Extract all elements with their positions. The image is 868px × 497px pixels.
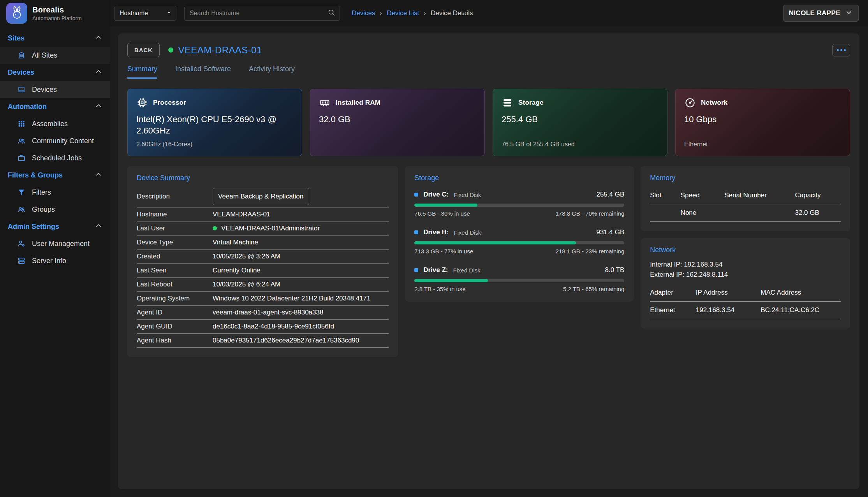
chevron-up-icon bbox=[95, 170, 102, 180]
drive-usage-bar bbox=[414, 204, 624, 207]
caret-down-icon bbox=[165, 9, 173, 18]
user-gear-icon bbox=[17, 239, 26, 248]
sidebar-section-sites[interactable]: Sites bbox=[0, 30, 110, 47]
user-menu-button[interactable]: NICOLE RAPPE bbox=[783, 5, 859, 22]
sidebar-item-groups[interactable]: Groups bbox=[0, 201, 110, 218]
storage-panel: Storage Drive C: Fixed Disk 255.4 GB bbox=[405, 166, 634, 302]
sidebar-section-automation[interactable]: Automation bbox=[0, 98, 110, 115]
people-icon bbox=[17, 205, 26, 214]
memory-col-slot: Slot bbox=[650, 187, 680, 204]
external-ip: External IP: 162.248.8.114 bbox=[650, 270, 841, 280]
network-col-ip: IP Address bbox=[696, 284, 761, 302]
drive-used-text: 713.3 GB - 77% in use bbox=[414, 248, 473, 255]
search-field-dropdown[interactable]: Hostname bbox=[114, 6, 176, 21]
drive-h: Drive H: Fixed Disk 931.4 GB 713.3 GB - … bbox=[414, 228, 624, 255]
storage-stack-icon bbox=[502, 97, 513, 109]
section-label-automation: Automation bbox=[8, 103, 47, 111]
network-panel: Network Internal IP: 192.168.3.54 Extern… bbox=[641, 238, 850, 328]
stat-card-installed-ram: Installed RAM 32.0 GB bbox=[310, 89, 485, 156]
nav-item-label: Assemblies bbox=[32, 120, 68, 128]
network-col-mac: MAC Address bbox=[761, 284, 841, 302]
memory-row: None 32.0 GB bbox=[650, 204, 841, 222]
sidebar-item-community-content[interactable]: Community Content bbox=[0, 132, 110, 149]
description-input[interactable] bbox=[213, 188, 309, 205]
drive-used-text: 76.5 GB - 30% in use bbox=[414, 210, 470, 217]
search-icon[interactable] bbox=[327, 8, 336, 18]
drive-remaining-text: 178.8 GB - 70% remaining bbox=[555, 210, 624, 217]
stat-card-title: Processor bbox=[153, 99, 186, 107]
network-panel-title: Network bbox=[650, 246, 841, 254]
stat-card-value: 10 Gbps bbox=[684, 114, 841, 125]
brand-text: Borealis Automation Platform bbox=[32, 5, 82, 21]
memory-panel-title: Memory bbox=[650, 174, 841, 182]
stat-card-footer: Ethernet bbox=[684, 141, 841, 148]
detail-columns: Device Summary Description Hostname VEEA… bbox=[127, 166, 850, 357]
memory-table: Slot Speed Serial Number Capacity bbox=[650, 187, 841, 222]
tab-bar: Summary Installed Software Activity Hist… bbox=[127, 65, 850, 79]
sidebar-section-devices[interactable]: Devices bbox=[0, 64, 110, 81]
tab-installed-software[interactable]: Installed Software bbox=[175, 65, 231, 79]
nav-item-label: Community Content bbox=[32, 137, 94, 145]
sidebar-item-user-management[interactable]: User Management bbox=[0, 235, 110, 252]
borealis-logo-icon bbox=[6, 3, 27, 24]
section-label-sites: Sites bbox=[8, 34, 25, 42]
sidebar-item-devices[interactable]: Devices bbox=[0, 81, 110, 98]
laptop-icon bbox=[17, 85, 26, 94]
app-root: Borealis Automation Platform Sites All S… bbox=[0, 0, 868, 497]
summary-row-agent-guid: Agent GUID de16c0c1-8aa2-4d18-9585-9ce91… bbox=[137, 320, 389, 334]
search-input[interactable] bbox=[190, 10, 327, 17]
nav-item-label: Groups bbox=[32, 205, 55, 214]
sidebar-item-scheduled-jobs[interactable]: Scheduled Jobs bbox=[0, 149, 110, 167]
sidebar-item-filters[interactable]: Filters bbox=[0, 184, 110, 201]
sidebar-section-filters-groups[interactable]: Filters & Groups bbox=[0, 167, 110, 184]
tab-summary[interactable]: Summary bbox=[127, 65, 157, 79]
tab-activity-history[interactable]: Activity History bbox=[249, 65, 295, 79]
user-name: NICOLE RAPPE bbox=[789, 9, 840, 17]
cpu-icon bbox=[136, 97, 148, 109]
nav-item-label: Scheduled Jobs bbox=[32, 154, 82, 162]
drive-usage-bar bbox=[414, 279, 624, 282]
stat-card-storage: Storage 255.4 GB 76.5 GB of 255.4 GB use… bbox=[493, 89, 667, 156]
search-field-dropdown-value: Hostname bbox=[120, 10, 148, 17]
section-label-devices: Devices bbox=[8, 68, 34, 77]
device-name: VEEAM-DRAAS-01 bbox=[178, 45, 262, 56]
back-button[interactable]: BACK bbox=[127, 43, 160, 57]
summary-row-agent-hash: Agent Hash 05ba0e7935171d626ecea29b27d7a… bbox=[137, 334, 389, 348]
sidebar-section-admin-settings[interactable]: Admin Settings bbox=[0, 218, 110, 235]
device-summary-title: Device Summary bbox=[137, 174, 389, 182]
chevron-up-icon bbox=[95, 33, 102, 43]
sidebar-item-server-info[interactable]: Server Info bbox=[0, 252, 110, 269]
stat-card-value: Intel(R) Xeon(R) CPU E5-2690 v3 @ 2.60GH… bbox=[136, 114, 293, 136]
stat-card-title: Storage bbox=[518, 99, 544, 107]
search-box bbox=[184, 6, 340, 21]
brand[interactable]: Borealis Automation Platform bbox=[0, 0, 110, 26]
section-label-filters-groups: Filters & Groups bbox=[8, 171, 63, 179]
more-actions-button[interactable] bbox=[832, 44, 850, 56]
breadcrumb: Devices › Device List › Device Details bbox=[352, 9, 473, 17]
stat-card-footer: 2.60GHz (16-Cores) bbox=[136, 141, 293, 148]
summary-row-description: Description bbox=[137, 186, 389, 207]
page-header: BACK VEEAM-DRAAS-01 bbox=[127, 43, 850, 57]
network-row: Ethernet 192.168.3.54 BC:24:11:CA:C6:2C bbox=[650, 302, 841, 319]
network-col-adapter: Adapter bbox=[650, 284, 696, 302]
online-status-dot bbox=[168, 47, 173, 53]
memory-col-capacity: Capacity bbox=[795, 187, 841, 204]
building-icon bbox=[17, 51, 26, 60]
breadcrumb-device-list[interactable]: Device List bbox=[387, 9, 419, 17]
breadcrumb-devices[interactable]: Devices bbox=[352, 9, 375, 17]
drive-remaining-text: 218.1 GB - 23% remaining bbox=[555, 248, 624, 255]
network-table: Adapter IP Address MAC Address Ethernet … bbox=[650, 284, 841, 319]
topbar: Hostname Devices › Device List › Device … bbox=[110, 0, 868, 26]
funnel-icon bbox=[17, 188, 26, 197]
chevron-down-icon bbox=[845, 9, 853, 18]
drive-bullet-icon bbox=[414, 268, 418, 272]
nav-item-label: Filters bbox=[32, 188, 51, 197]
stat-card-value: 255.4 GB bbox=[502, 114, 658, 125]
drive-bullet-icon bbox=[414, 193, 418, 197]
memory-col-serial: Serial Number bbox=[724, 187, 795, 204]
grid-icon bbox=[17, 119, 26, 128]
drive-c: Drive C: Fixed Disk 255.4 GB 76.5 GB - 3… bbox=[414, 191, 624, 217]
sidebar-item-assemblies[interactable]: Assemblies bbox=[0, 115, 110, 132]
summary-row-last-reboot: Last Reboot 10/03/2025 @ 6:24 AM bbox=[137, 277, 389, 292]
sidebar-item-all-sites[interactable]: All Sites bbox=[0, 47, 110, 64]
